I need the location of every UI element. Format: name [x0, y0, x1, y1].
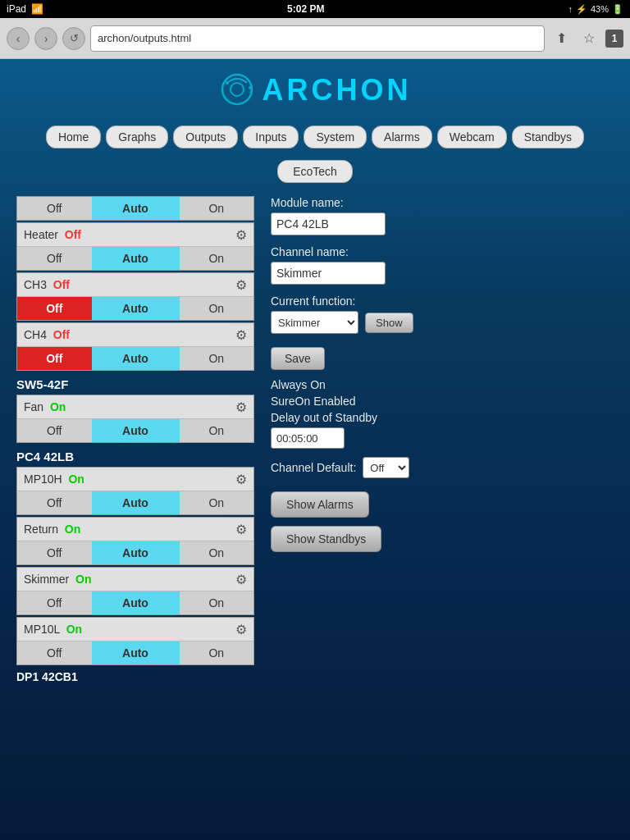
heater-toggle-off[interactable]: Off	[17, 247, 92, 270]
nav-standbys[interactable]: Standbys	[512, 126, 584, 148]
skimmer-name-row: Skimmer On ⚙	[17, 568, 253, 591]
ch3-toggle-auto[interactable]: Auto	[92, 297, 180, 320]
forward-button[interactable]: ›	[34, 27, 57, 50]
delay-text: Delay out of Standby	[271, 411, 614, 424]
show-standbys-button[interactable]: Show Standbys	[271, 526, 381, 552]
group-pc442lb-label: PC4 42LB	[16, 445, 254, 467]
right-panel: Module name: Channel name: Current funct…	[271, 196, 614, 560]
module-name-input[interactable]	[271, 212, 386, 235]
nav-home[interactable]: Home	[46, 126, 101, 148]
fan-toggle-on[interactable]: On	[180, 419, 254, 442]
channel-heater: Heater Off ⚙ Off Auto On	[16, 222, 254, 271]
mp10l-gear-icon[interactable]: ⚙	[229, 619, 253, 641]
heater-toggle-auto[interactable]: Auto	[92, 247, 180, 270]
toggle-auto-top[interactable]: Auto	[92, 197, 180, 220]
refresh-button[interactable]: ↺	[62, 27, 85, 50]
ecotech-container: EcoTech	[0, 155, 630, 188]
heater-gear-icon[interactable]: ⚙	[229, 224, 253, 246]
share-icon[interactable]: ⬆	[550, 27, 573, 50]
ch3-name-row: CH3 Off ⚙	[17, 273, 253, 297]
mp10l-toggle-auto[interactable]: Auto	[92, 641, 180, 664]
default-row: Channel Default: Off On Auto	[271, 457, 614, 478]
channel-default-select[interactable]: Off On Auto	[363, 457, 409, 478]
channel-fan: Fan On ⚙ Off Auto On	[16, 395, 254, 443]
mp10h-toggle-on[interactable]: On	[180, 491, 254, 514]
ch4-name-row: CH4 Off ⚙	[17, 323, 253, 347]
delay-input[interactable]	[271, 427, 345, 449]
skimmer-toggle-on[interactable]: On	[180, 591, 254, 614]
status-bar: iPad 📶 5:02 PM ↑ ⚡ 43% 🔋	[0, 0, 630, 18]
channel-block-top: Off Auto On	[16, 196, 254, 221]
fan-toggle-off[interactable]: Off	[17, 419, 92, 442]
ch3-gear-icon[interactable]: ⚙	[229, 274, 253, 296]
mp10h-toggle-row: Off Auto On	[17, 491, 253, 514]
channel-ch3: CH3 Off ⚙ Off Auto On	[16, 272, 254, 321]
fan-toggle-row: Off Auto On	[17, 419, 253, 442]
ch4-status: Off	[53, 328, 70, 341]
fan-toggle-auto[interactable]: Auto	[92, 419, 180, 442]
fan-name-row: Fan On ⚙	[17, 395, 253, 419]
toggle-on-top[interactable]: On	[180, 197, 254, 220]
time-display: 5:02 PM	[287, 3, 324, 15]
nav-inputs[interactable]: Inputs	[243, 126, 299, 148]
ecotech-button[interactable]: EcoTech	[277, 160, 353, 183]
nav-system[interactable]: System	[304, 126, 367, 148]
url-text: archon/outputs.html	[98, 32, 191, 44]
show-alarms-button[interactable]: Show Alarms	[271, 491, 369, 518]
show-button[interactable]: Show	[365, 313, 413, 333]
ch4-toggle-off[interactable]: Off	[17, 347, 92, 370]
return-toggle-row: Off Auto On	[17, 541, 253, 564]
return-toggle-auto[interactable]: Auto	[92, 541, 180, 564]
mp10h-status: On	[68, 472, 84, 486]
channel-name-input[interactable]	[271, 262, 386, 285]
return-label: Return On	[17, 518, 229, 541]
mp10l-toggle-on[interactable]: On	[180, 641, 254, 664]
save-button[interactable]: Save	[271, 347, 325, 370]
back-button[interactable]: ‹	[7, 27, 30, 50]
ch3-status: Off	[53, 278, 70, 291]
ch4-toggle-on[interactable]: On	[180, 347, 254, 370]
mp10h-toggle-auto[interactable]: Auto	[92, 491, 180, 514]
fan-gear-icon[interactable]: ⚙	[229, 396, 253, 418]
bookmark-icon[interactable]: ☆	[578, 27, 600, 50]
mp10h-name-row: MP10H On ⚙	[17, 468, 253, 491]
fan-status: On	[50, 400, 66, 413]
nav-graphs[interactable]: Graphs	[106, 126, 168, 148]
heater-status: Off	[65, 228, 81, 241]
return-name-row: Return On ⚙	[17, 518, 253, 541]
nav-outputs[interactable]: Outputs	[173, 126, 238, 148]
nav-alarms[interactable]: Alarms	[372, 126, 432, 148]
return-gear-icon[interactable]: ⚙	[229, 518, 253, 541]
skimmer-gear-icon[interactable]: ⚙	[229, 568, 253, 591]
battery-icon: 🔋	[612, 4, 623, 15]
address-bar[interactable]: archon/outputs.html	[90, 25, 545, 52]
toggle-row-top: Off Auto On	[17, 197, 253, 220]
always-on-text: Always On	[271, 378, 614, 391]
mp10h-toggle-off[interactable]: Off	[17, 491, 92, 514]
skimmer-label: Skimmer On	[17, 568, 229, 591]
main-layout: Off Auto On Heater Off ⚙ Off Auto On	[0, 188, 630, 693]
skimmer-toggle-auto[interactable]: Auto	[92, 591, 180, 614]
ch3-toggle-on[interactable]: On	[180, 297, 254, 320]
ch3-toggle-row: Off Auto On	[17, 297, 253, 320]
tab-count[interactable]: 1	[605, 30, 623, 48]
main-nav: Home Graphs Outputs Inputs System Alarms…	[0, 119, 630, 155]
return-toggle-off[interactable]: Off	[17, 541, 92, 564]
toggle-off-top[interactable]: Off	[17, 197, 92, 220]
mp10l-toggle-off[interactable]: Off	[17, 641, 92, 664]
logo-icon	[219, 71, 256, 108]
ch4-toggle-auto[interactable]: Auto	[92, 347, 180, 370]
skimmer-toggle-off[interactable]: Off	[17, 591, 92, 614]
ch3-toggle-off[interactable]: Off	[17, 297, 92, 320]
heater-toggle-row: Off Auto On	[17, 247, 253, 270]
mp10h-gear-icon[interactable]: ⚙	[229, 468, 253, 491]
ch4-label: CH4 Off	[17, 323, 229, 346]
nav-webcam[interactable]: Webcam	[437, 126, 507, 148]
ch4-gear-icon[interactable]: ⚙	[229, 324, 253, 346]
channel-skimmer: Skimmer On ⚙ Off Auto On	[16, 567, 254, 615]
heater-toggle-on[interactable]: On	[180, 247, 254, 270]
function-select[interactable]: Skimmer Always On Return Pump Heater Fan	[271, 311, 358, 334]
return-toggle-on[interactable]: On	[180, 541, 254, 564]
channel-name-label: Channel name:	[271, 245, 614, 258]
browser-bar: ‹ › ↺ archon/outputs.html ⬆ ☆ 1	[0, 18, 630, 59]
